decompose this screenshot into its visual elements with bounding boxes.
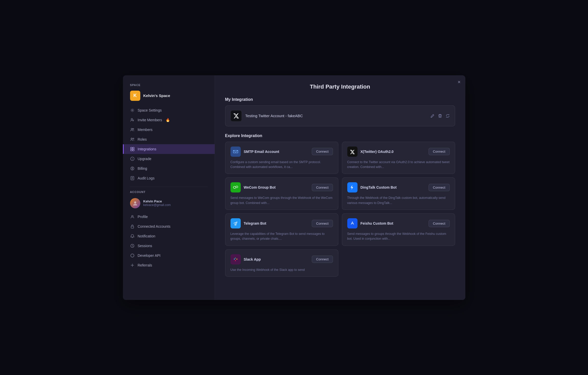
telegram-logo <box>230 218 241 228</box>
wecom-description: Send messages to WeCom groups through th… <box>230 196 333 205</box>
sidebar-item-profile[interactable]: Profile <box>123 212 215 222</box>
svg-rect-26 <box>232 256 239 263</box>
svg-point-3 <box>133 128 134 129</box>
sidebar-item-developer-api[interactable]: Developer API <box>123 251 215 260</box>
lock-icon <box>130 224 135 229</box>
svg-rect-18 <box>232 148 239 155</box>
smtp-logo <box>230 147 241 157</box>
twitter-connect-button[interactable]: Connect <box>429 148 449 155</box>
explore-card-telegram: Telegram Bot Connect Leverage the capabi… <box>225 213 338 246</box>
my-integration-heading: My Integration <box>225 97 455 102</box>
developer-icon <box>130 253 135 258</box>
telegram-description: Leverage the capabilities of the Telegra… <box>230 232 333 241</box>
twitter-oauth-logo <box>347 147 358 157</box>
dingtalk-connect-button[interactable]: Connect <box>429 184 449 191</box>
audit-logs-label: Audit Logs <box>138 176 155 180</box>
twitter-header: X(Twitter) OAuth2.0 Connect <box>347 147 450 157</box>
sidebar-item-invite-members[interactable]: Invite Members 🔥 <box>123 115 215 125</box>
explore-grid: SMTP Email Account Connect Configure a c… <box>225 142 455 277</box>
space-avatar: K <box>130 91 140 101</box>
feishu-connect-button[interactable]: Connect <box>429 220 449 227</box>
sidebar-item-roles[interactable]: Roles <box>123 135 215 144</box>
smtp-title: SMTP Email Account <box>244 150 309 154</box>
settings-icon <box>130 108 135 113</box>
twitter-description: Connect to the Twitter account via OAuth… <box>347 160 450 170</box>
space-settings-label: Space Settings <box>138 108 162 112</box>
explore-card-feishu: Feishu Custom Bot Connect Send messages … <box>342 213 455 246</box>
close-button[interactable]: × <box>458 79 461 84</box>
svg-rect-8 <box>131 149 132 151</box>
space-section-label: Space <box>123 83 215 89</box>
svg-rect-28 <box>235 258 236 259</box>
bell-icon <box>130 234 135 238</box>
feishu-title: Feishu Custom Bot <box>361 221 426 225</box>
wecom-logo <box>230 182 241 192</box>
sidebar-item-integrations[interactable]: Integrations <box>123 144 215 154</box>
slack-title: Slack App <box>244 257 309 261</box>
users-icon <box>130 127 135 132</box>
sidebar-item-members[interactable]: Members <box>123 125 215 135</box>
modal: Space K Kelvin's Space Space Settings <box>123 75 465 300</box>
account-section-label: Account <box>123 190 215 196</box>
explore-card-smtp: SMTP Email Account Connect Configure a c… <box>225 142 338 174</box>
my-integration-card: Testing Twitter Account - fakeABC <box>225 105 455 126</box>
slack-connect-button[interactable]: Connect <box>312 256 333 263</box>
svg-point-13 <box>134 201 136 203</box>
smtp-description: Configure a custom sending email based o… <box>230 160 333 170</box>
fire-badge: 🔥 <box>166 118 170 122</box>
feishu-description: Send messages to groups through the Webh… <box>347 232 450 241</box>
svg-point-0 <box>132 110 133 111</box>
members-label: Members <box>138 128 153 132</box>
sidebar-item-upgrade[interactable]: Upgrade <box>123 154 215 164</box>
developer-api-label: Developer API <box>138 253 161 258</box>
svg-point-14 <box>132 215 133 217</box>
sidebar-divider <box>130 187 207 187</box>
smtp-connect-button[interactable]: Connect <box>312 148 333 155</box>
svg-rect-27 <box>234 259 235 260</box>
telegram-connect-button[interactable]: Connect <box>312 220 333 227</box>
twitter-logo <box>230 110 242 122</box>
referrals-icon <box>130 263 135 268</box>
explore-card-wecom: WeCom Group Bot Connect Send messages to… <box>225 177 338 210</box>
integration-actions <box>430 114 450 118</box>
billing-label: Billing <box>138 166 147 171</box>
upgrade-icon <box>130 156 135 161</box>
sidebar-item-connected-accounts[interactable]: Connected Accounts <box>123 222 215 231</box>
explore-card-slack: Slack App Connect Use the Incoming Webho… <box>225 249 338 277</box>
svg-rect-30 <box>235 260 236 261</box>
upgrade-label: Upgrade <box>138 157 152 161</box>
telegram-title: Telegram Bot <box>244 221 309 225</box>
explore-card-twitter: X(Twitter) OAuth2.0 Connect Connect to t… <box>342 142 455 174</box>
wecom-title: WeCom Group Bot <box>244 185 309 189</box>
twitter-oauth-title: X(Twitter) OAuth2.0 <box>361 150 426 154</box>
sessions-label: Sessions <box>138 244 152 248</box>
dingtalk-description: Through the Webhook of the DingTalk cust… <box>347 196 450 205</box>
telegram-header: Telegram Bot Connect <box>230 218 333 228</box>
file-icon <box>130 176 135 180</box>
sidebar-item-billing[interactable]: Billing <box>123 164 215 173</box>
connected-accounts-label: Connected Accounts <box>138 224 170 228</box>
svg-point-5 <box>133 138 134 139</box>
referrals-label: Referrals <box>138 263 152 267</box>
sidebar-item-space-settings[interactable]: Space Settings <box>123 105 215 115</box>
user-plus-icon <box>130 118 135 122</box>
profile-icon <box>130 214 135 219</box>
sidebar-item-sessions[interactable]: Sessions <box>123 241 215 251</box>
main-content: Third Party Integration My Integration T… <box>215 75 465 300</box>
svg-rect-25 <box>349 220 356 227</box>
billing-icon <box>130 166 135 171</box>
delete-icon[interactable] <box>438 114 442 118</box>
refresh-icon[interactable] <box>446 114 450 118</box>
page-title: Third Party Integration <box>225 83 455 90</box>
svg-point-1 <box>131 118 133 120</box>
clock-icon <box>130 244 135 248</box>
slack-logo <box>230 254 241 264</box>
sidebar-item-referrals[interactable]: Referrals <box>123 260 215 270</box>
sidebar-item-audit-logs[interactable]: Audit Logs <box>123 173 215 183</box>
edit-icon[interactable] <box>430 114 434 118</box>
user-identity: Kelvin Pace kelvace@gmail.com <box>123 196 215 212</box>
feishu-logo <box>347 218 358 228</box>
wecom-connect-button[interactable]: Connect <box>312 184 333 191</box>
svg-point-2 <box>131 128 132 129</box>
sidebar-item-notification[interactable]: Notification <box>123 231 215 241</box>
